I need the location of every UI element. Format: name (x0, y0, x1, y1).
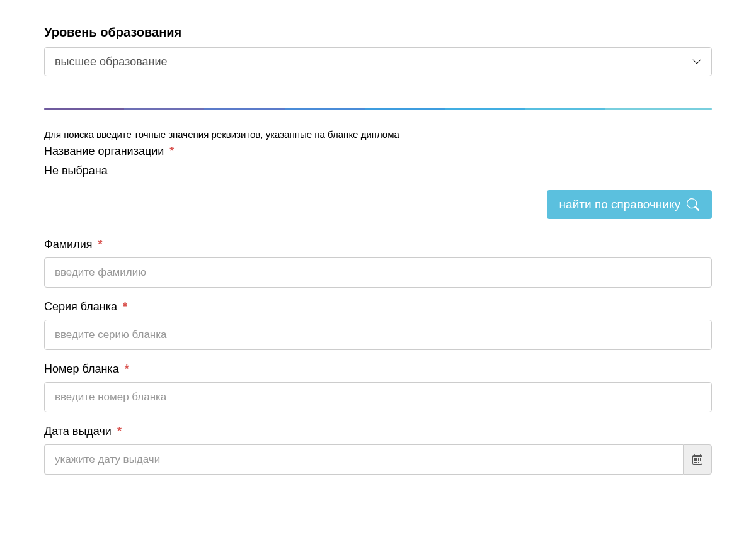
search-hint: Для поиска введите точные значения рекви… (44, 129, 712, 140)
organization-label-text: Название организации (44, 145, 164, 157)
calendar-picker-button[interactable] (683, 444, 712, 475)
issue-date-label-text: Дата выдачи (44, 425, 112, 438)
gradient-divider (44, 108, 712, 110)
blank-series-label: Серия бланка * (44, 300, 712, 313)
issue-date-label: Дата выдачи * (44, 425, 712, 438)
required-marker: * (169, 145, 174, 157)
search-icon (687, 198, 699, 211)
lookup-button-label: найти по справочнику (559, 198, 680, 212)
blank-series-label-text: Серия бланка (44, 300, 117, 313)
education-level-label: Уровень образования (44, 25, 712, 40)
calendar-icon (692, 454, 702, 465)
required-marker: * (98, 238, 102, 251)
organization-value: Не выбрана (44, 164, 712, 178)
surname-label-text: Фамилия (44, 238, 92, 251)
issue-date-input[interactable] (44, 444, 683, 475)
blank-number-input[interactable] (44, 382, 712, 412)
required-marker: * (125, 363, 129, 375)
surname-input[interactable] (44, 257, 712, 288)
blank-series-input[interactable] (44, 320, 712, 350)
blank-number-label: Номер бланка * (44, 363, 712, 376)
required-marker: * (117, 425, 122, 438)
blank-number-label-text: Номер бланка (44, 363, 119, 375)
required-marker: * (123, 300, 127, 313)
lookup-directory-button[interactable]: найти по справочнику (547, 190, 712, 219)
education-level-select[interactable]: высшее образование (44, 47, 712, 76)
surname-label: Фамилия * (44, 238, 712, 251)
organization-label: Название организации * (44, 145, 712, 158)
